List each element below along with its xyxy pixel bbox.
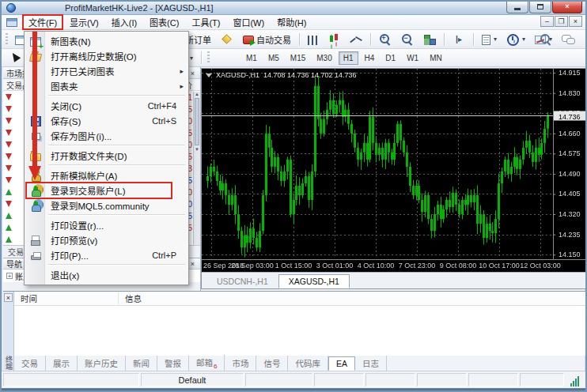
terminal-tab-交易[interactable]: 交易 bbox=[14, 356, 46, 371]
tile-windows-button[interactable] bbox=[419, 31, 440, 48]
search-button[interactable] bbox=[536, 31, 556, 48]
terminal-tab-日志[interactable]: 日志 bbox=[355, 356, 387, 371]
file-menu-item-6[interactable]: 保存(S)Ctrl+S bbox=[25, 113, 187, 128]
periods-icon bbox=[506, 33, 519, 46]
mdi-close-button[interactable]: × bbox=[569, 16, 582, 27]
mdi-minimize-button[interactable]: – bbox=[540, 16, 554, 27]
col-time: 时间 bbox=[14, 292, 119, 304]
bar-chart-button[interactable] bbox=[304, 32, 322, 47]
arrow-up-icon bbox=[6, 224, 12, 231]
menubar-item-7[interactable]: 帮助(H) bbox=[271, 14, 312, 30]
tree-expand-icon[interactable]: + bbox=[6, 273, 13, 279]
terminal-tab-账户历史[interactable]: 账户历史 bbox=[78, 356, 126, 371]
file-menu-item-9[interactable]: 开新模拟帐户(A) bbox=[25, 168, 187, 183]
crosshair-button[interactable] bbox=[4, 49, 25, 66]
arrow-up-icon bbox=[6, 213, 12, 219]
timeframe-button-w1[interactable]: W1 bbox=[402, 51, 423, 65]
timeframe-button-m15[interactable]: M15 bbox=[286, 51, 310, 65]
menubar-item-4[interactable]: 图表(C) bbox=[143, 14, 185, 30]
terminal-close-icon[interactable]: × bbox=[4, 293, 13, 302]
title-bar[interactable]: ProfitMarketHK-Live2 - [XAGUSD-,H1] × bbox=[2, 2, 585, 15]
minimize-button[interactable] bbox=[506, 2, 528, 13]
chart-shift-button[interactable]: |▸ bbox=[449, 31, 469, 48]
candlestick-button[interactable] bbox=[324, 31, 344, 48]
status-profile[interactable]: Default bbox=[141, 373, 244, 386]
cursor-icon bbox=[8, 51, 21, 64]
menu-separator bbox=[48, 164, 185, 165]
file-menu-item-15[interactable]: 退出(x) bbox=[25, 267, 187, 282]
timeframe-button-mn[interactable]: MN bbox=[425, 51, 447, 65]
timeframe-button-h4[interactable]: H4 bbox=[360, 51, 380, 65]
file-menu-item-2[interactable]: 打开离线历史数据(O) bbox=[25, 48, 187, 63]
metaeditor-button[interactable] bbox=[217, 31, 237, 48]
file-menu-item-5[interactable]: 关闭(C)Ctrl+F4 bbox=[25, 98, 187, 113]
autotrading-button[interactable]: 自动交易 bbox=[239, 31, 295, 48]
toolbar-grip[interactable] bbox=[6, 33, 8, 46]
timeframe-button-m1[interactable]: M1 bbox=[241, 51, 262, 65]
periods-button[interactable]: ▾ bbox=[502, 31, 529, 48]
mdi-restore-button[interactable]: ❐ bbox=[555, 16, 568, 27]
indicators-button[interactable]: ▾ bbox=[478, 32, 501, 47]
submenu-arrow-icon: ▸ bbox=[180, 67, 184, 75]
market-watch-close-icon[interactable]: × bbox=[188, 69, 197, 77]
minimize-icon bbox=[514, 8, 521, 10]
terminal-tab-邮箱[interactable]: 邮箱6 bbox=[189, 355, 225, 371]
timeframe-button-d1[interactable]: D1 bbox=[381, 51, 400, 65]
arrow-up-icon bbox=[6, 189, 12, 195]
chart-tab-2[interactable]: XAGUSD-,H1 bbox=[278, 274, 350, 288]
file-menu-item-3[interactable]: 打开已关闭图表▸ bbox=[25, 63, 187, 78]
navigator-close-icon[interactable]: × bbox=[188, 259, 197, 268]
status-bar: Default bbox=[2, 371, 585, 388]
menubar-item-1[interactable]: 文件(F) bbox=[22, 14, 63, 30]
toolbar-grip[interactable] bbox=[207, 51, 210, 64]
autotrading-label: 自动交易 bbox=[256, 33, 291, 46]
menubar-item-6[interactable]: 窗口(W) bbox=[226, 14, 271, 30]
zoom-out-button[interactable]: − bbox=[397, 31, 418, 48]
terminal-tab-信号[interactable]: 信号 bbox=[256, 356, 288, 371]
chart-window: USDCNH-,H1XAGUSD-,H1 bbox=[201, 68, 587, 289]
close-button[interactable]: × bbox=[552, 2, 582, 13]
line-chart-button[interactable] bbox=[346, 31, 366, 48]
terminal-tab-市场[interactable]: 市场 bbox=[225, 356, 256, 371]
menubar-item-2[interactable]: 显示(V) bbox=[63, 14, 105, 30]
terminal-tab-代码库[interactable]: 代码库 bbox=[288, 356, 328, 371]
file-menu-item-13[interactable]: 打印预览(v) bbox=[25, 232, 187, 247]
chat-button[interactable] bbox=[558, 31, 578, 48]
menu-item-label: 开新模拟帐户(A) bbox=[46, 169, 117, 182]
demo-account-icon bbox=[29, 169, 42, 182]
menu-item-label: 新图表(N) bbox=[46, 35, 90, 47]
print-preview-icon bbox=[32, 236, 40, 245]
file-menu-item-8[interactable]: 打开数据文件夹(D) bbox=[25, 148, 187, 163]
file-menu-item-4[interactable]: 图表夹▸ bbox=[25, 78, 187, 93]
menu-item-label: 退出(x) bbox=[46, 269, 79, 281]
zoom-in-button[interactable]: + bbox=[375, 31, 396, 48]
timeframe-button-m5[interactable]: M5 bbox=[263, 51, 284, 65]
mdi-restore-icon[interactable] bbox=[6, 18, 17, 27]
file-menu-item-12[interactable]: 打印设置(r)... bbox=[25, 217, 187, 232]
window-bottom-edge bbox=[2, 388, 585, 392]
menubar-item-5[interactable]: 工具(T) bbox=[185, 14, 226, 30]
file-menu-item-1[interactable]: 新图表(N) bbox=[25, 33, 187, 48]
price-chart[interactable] bbox=[202, 69, 586, 272]
menu-item-label: 登录到MQL5.community bbox=[46, 199, 150, 212]
arrow-down-icon bbox=[6, 106, 12, 112]
chart-tab-1[interactable]: USDCNH-,H1 bbox=[206, 274, 278, 288]
file-menu-item-11[interactable]: 登录到MQL5.community bbox=[25, 198, 187, 213]
terminal-tab-EA[interactable]: EA bbox=[328, 356, 355, 371]
timeframe-button-h1[interactable]: H1 bbox=[339, 51, 358, 65]
file-menu-item-14[interactable]: 打印(P)...Ctrl+P bbox=[25, 247, 187, 262]
market-watch-scrollbar[interactable]: ▲▼ bbox=[193, 92, 200, 245]
terminal-tab-展示[interactable]: 展示 bbox=[46, 356, 78, 371]
file-menu-item-7[interactable]: 保存为图片(i)... bbox=[25, 128, 187, 143]
tile-windows-icon bbox=[423, 33, 436, 46]
menu-item-label: 保存为图片(i)... bbox=[46, 130, 112, 142]
chart-tab-bar: USDCNH-,H1XAGUSD-,H1 bbox=[202, 272, 586, 288]
timeframe-button-m30[interactable]: M30 bbox=[312, 51, 336, 65]
terminal-tab-警报[interactable]: 警报 bbox=[157, 356, 189, 371]
menubar-item-3[interactable]: 插入(I) bbox=[105, 14, 143, 30]
maximize-icon bbox=[537, 4, 543, 9]
menu-separator bbox=[48, 95, 185, 96]
maximize-button[interactable] bbox=[529, 2, 551, 13]
terminal-tab-新闻[interactable]: 新闻 bbox=[126, 356, 157, 371]
terminal-column-headers[interactable]: 时间 信息 bbox=[14, 292, 587, 306]
